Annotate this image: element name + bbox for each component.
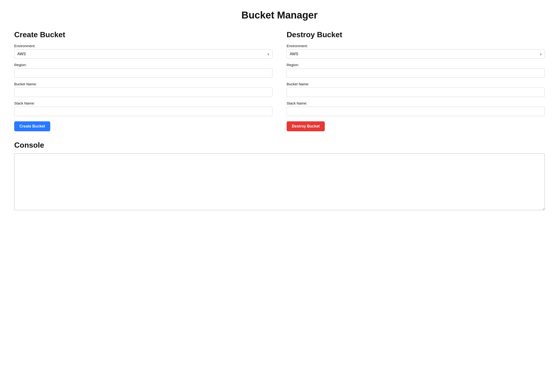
create-region-input[interactable] (14, 68, 272, 78)
destroy-bucket-button[interactable]: Destroy Bucket (287, 121, 325, 131)
create-stack-name-input[interactable] (14, 107, 272, 116)
create-bucket-name-label: Bucket Name: (14, 82, 272, 86)
destroy-stack-name-input[interactable] (287, 107, 545, 116)
destroy-stack-name-group: Stack Name: (287, 101, 545, 116)
console-heading: Console (14, 141, 545, 150)
destroy-bucket-heading: Destroy Bucket (287, 30, 545, 39)
console-output[interactable] (14, 153, 545, 210)
create-environment-label: Environment: (14, 44, 272, 48)
destroy-bucket-name-group: Bucket Name: (287, 82, 545, 97)
destroy-environment-group: Environment: AWS GCP Azure (287, 44, 545, 59)
create-stack-name-group: Stack Name: (14, 101, 272, 116)
destroy-region-input[interactable] (287, 68, 545, 78)
create-region-label: Region: (14, 63, 272, 67)
destroy-bucket-name-label: Bucket Name: (287, 82, 545, 86)
page-title: Bucket Manager (14, 9, 545, 21)
destroy-region-label: Region: (287, 63, 545, 67)
create-region-group: Region: (14, 63, 272, 78)
destroy-environment-label: Environment: (287, 44, 545, 48)
create-bucket-section: Create Bucket Environment: AWS GCP Azure… (14, 30, 272, 131)
create-environment-select-wrapper: AWS GCP Azure (14, 49, 272, 59)
destroy-bucket-section: Destroy Bucket Environment: AWS GCP Azur… (287, 30, 545, 131)
create-bucket-name-input[interactable] (14, 87, 272, 97)
destroy-bucket-name-input[interactable] (287, 87, 545, 97)
console-section: Console (14, 141, 545, 211)
destroy-environment-select[interactable]: AWS GCP Azure (287, 49, 545, 59)
create-environment-group: Environment: AWS GCP Azure (14, 44, 272, 59)
create-environment-select[interactable]: AWS GCP Azure (14, 49, 272, 59)
create-bucket-button[interactable]: Create Bucket (14, 121, 50, 131)
create-stack-name-label: Stack Name: (14, 101, 272, 105)
create-bucket-heading: Create Bucket (14, 30, 272, 39)
destroy-stack-name-label: Stack Name: (287, 101, 545, 105)
create-bucket-name-group: Bucket Name: (14, 82, 272, 97)
destroy-region-group: Region: (287, 63, 545, 78)
destroy-environment-select-wrapper: AWS GCP Azure (287, 49, 545, 59)
